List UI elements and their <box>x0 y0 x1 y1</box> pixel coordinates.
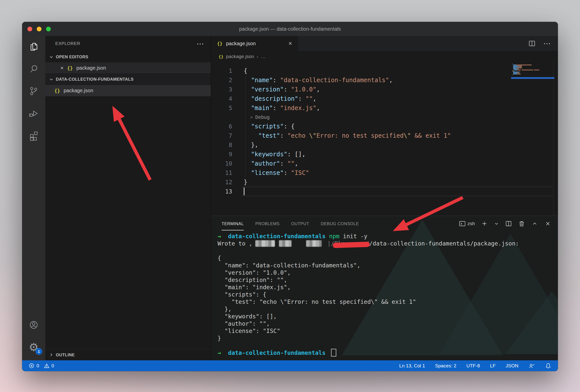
activity-bar: ⚙ 1 <box>22 36 45 360</box>
minimap[interactable] <box>512 64 553 79</box>
open-editors-header[interactable]: OPEN EDITORS <box>45 52 211 62</box>
split-editor-icon[interactable] <box>528 40 536 47</box>
feedback-icon[interactable] <box>528 363 535 369</box>
warning-count: 0 <box>52 363 54 369</box>
workspace-folder-header[interactable]: DATA-COLLECTION-FUNDAMENTALS <box>45 74 211 85</box>
terminal-line <box>218 247 558 254</box>
terminal-line: "keywords": [], <box>218 313 558 320</box>
terminal-line: "author": "", <box>218 320 558 327</box>
tab-close-icon[interactable]: × <box>287 39 293 47</box>
editor-line-13[interactable]: 13 <box>211 187 558 196</box>
files-icon[interactable] <box>22 36 45 58</box>
error-count: 0 <box>36 363 39 369</box>
tree-item-package-json[interactable]: {} package.json <box>45 85 211 96</box>
terminal-dropdown-chevron-icon[interactable] <box>494 221 499 226</box>
editor-line-5[interactable]: 5 "main": "index.js", <box>211 103 558 113</box>
kill-terminal-trash-icon[interactable] <box>518 220 525 227</box>
sidebar-empty-area <box>45 96 211 349</box>
minimap-current-line <box>511 77 554 79</box>
terminal-line: "description": "", <box>218 276 558 283</box>
editor-line-2[interactable]: 2 "name": "data-collection-fundamentals"… <box>211 75 558 85</box>
close-icon[interactable]: × <box>60 65 64 71</box>
chevron-down-icon <box>49 77 54 82</box>
terminal-line: "version": "1.0.0", <box>218 269 558 276</box>
terminal-line: "name": "data-collection-fundamentals", <box>218 262 558 269</box>
editor-line-3[interactable]: 3 "version": "1.0.0", <box>211 85 558 94</box>
terminal-line: → data-collection-fundamentals npm init … <box>218 232 558 240</box>
window-title: package.json — data-collection-fundament… <box>22 26 558 32</box>
run-debug-icon[interactable] <box>22 102 45 124</box>
search-icon[interactable] <box>22 58 45 80</box>
account-icon[interactable] <box>22 314 45 336</box>
panel-actions: zsh <box>459 220 551 227</box>
editor-line-6[interactable]: 6 "scripts": { <box>211 122 558 131</box>
json-file-icon: {} <box>67 65 73 71</box>
warning-icon <box>44 363 50 369</box>
editor-line-8[interactable]: 8 }, <box>211 140 558 150</box>
terminal-panel: TERMINAL PROBLEMS OUTPUT DEBUG CONSOLE z… <box>211 216 558 360</box>
terminal-line: "license": "ISC" <box>218 327 558 334</box>
redaction-blur <box>255 240 275 247</box>
codelens-debug[interactable]: ▷Debug <box>211 113 558 122</box>
maximize-panel-chevron-up-icon[interactable] <box>531 220 538 227</box>
panel-header: TERMINAL PROBLEMS OUTPUT DEBUG CONSOLE z… <box>211 216 558 231</box>
status-bar: 0 0 Ln 13, Col 1 Spaces: 2 UTF-8 LF JSON <box>22 360 558 371</box>
editor-line-4[interactable]: 4 "description": "", <box>211 94 558 103</box>
extensions-icon[interactable] <box>22 124 45 146</box>
redacted-path: |/Playground <box>327 240 369 247</box>
editor-line-7[interactable]: 7 "test": "echo \"Error: no test specifi… <box>211 131 558 140</box>
close-panel-icon[interactable] <box>544 220 551 227</box>
more-actions-icon[interactable]: ⋯ <box>543 42 551 45</box>
shell-label: zsh <box>467 221 475 226</box>
indentation-status[interactable]: Spaces: 2 <box>435 363 457 369</box>
open-editor-item-package-json[interactable]: × {} package.json <box>45 62 211 74</box>
breadcrumb-file[interactable]: package.json <box>226 54 254 59</box>
explorer-more-actions-icon[interactable]: ⋯ <box>196 42 204 45</box>
editor-line-10[interactable]: 10 "author": "", <box>211 159 558 168</box>
tab-package-json[interactable]: {} package.json × <box>211 36 298 51</box>
code-editor[interactable]: 1{2 "name": "data-collection-fundamental… <box>211 62 558 216</box>
notifications-bell-icon[interactable] <box>545 363 551 369</box>
terminal-output[interactable]: → data-collection-fundamentals npm init … <box>211 231 558 360</box>
editor-line-11[interactable]: 11 "license": "ISC" <box>211 168 558 177</box>
editor-line-12[interactable]: 12} <box>211 177 558 187</box>
tab-output[interactable]: OUTPUT <box>291 220 309 228</box>
problems-status[interactable]: 0 0 <box>29 363 54 369</box>
tab-label: package.json <box>226 41 256 46</box>
tab-debug-console[interactable]: DEBUG CONSOLE <box>321 220 359 228</box>
terminal-cursor <box>331 349 336 357</box>
settings-badge: 1 <box>35 348 42 355</box>
encoding-status[interactable]: UTF-8 <box>466 363 480 369</box>
outline-header[interactable]: OUTLINE <box>45 349 211 360</box>
editor-actions: ⋯ <box>528 36 558 51</box>
terminal-line: → data-collection-fundamentals <box>218 349 558 356</box>
editor-line-9[interactable]: 9 "keywords": [], <box>211 150 558 159</box>
breadcrumb[interactable]: {} package.json › … <box>211 51 558 62</box>
redaction-blur <box>306 240 322 247</box>
terminal-line <box>218 342 558 349</box>
breadcrumb-separator: › <box>257 54 258 60</box>
terminal-line: { <box>218 254 558 262</box>
breadcrumb-more[interactable]: … <box>261 54 266 59</box>
panel-tabs: TERMINAL PROBLEMS OUTPUT DEBUG CONSOLE <box>222 220 359 228</box>
editor-group: {} package.json × ⋯ {} package.json › … <box>211 36 558 360</box>
redaction-bar <box>333 241 370 248</box>
shell-picker[interactable]: zsh <box>459 220 475 227</box>
json-file-icon: {} <box>219 54 223 59</box>
sidebar-title-row: EXPLORER ⋯ <box>45 36 211 52</box>
tab-problems[interactable]: PROBLEMS <box>255 220 280 228</box>
explorer-sidebar: EXPLORER ⋯ OPEN EDITORS × {} package.jso… <box>45 36 211 360</box>
cursor-position-status[interactable]: Ln 13, Col 1 <box>399 363 425 369</box>
split-terminal-icon[interactable] <box>505 220 512 227</box>
new-terminal-icon[interactable] <box>481 220 488 227</box>
eol-status[interactable]: LF <box>490 363 495 369</box>
json-file-icon: {} <box>217 41 223 46</box>
source-control-icon[interactable] <box>22 80 45 102</box>
language-mode-status[interactable]: JSON <box>506 363 518 369</box>
json-file-icon: {} <box>54 88 60 93</box>
editor-line-1[interactable]: 1{ <box>211 66 558 75</box>
settings-gear-icon[interactable]: ⚙ 1 <box>22 336 45 358</box>
chevron-down-icon <box>49 55 54 60</box>
terminal-line: "main": "index.js", <box>218 283 558 291</box>
tab-terminal[interactable]: TERMINAL <box>222 220 244 228</box>
